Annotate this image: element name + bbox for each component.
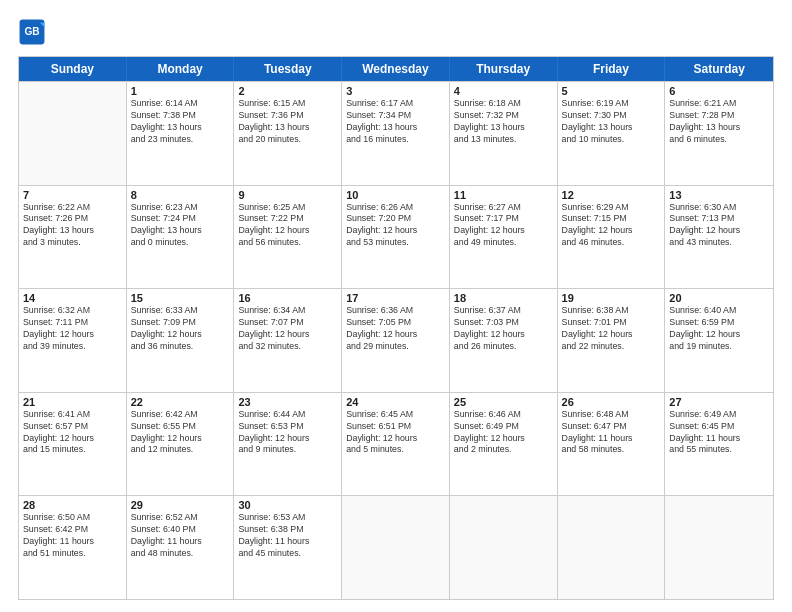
cell-info: Sunrise: 6:37 AM Sunset: 7:03 PM Dayligh… [454,305,553,353]
cal-cell-9: 9Sunrise: 6:25 AM Sunset: 7:22 PM Daylig… [234,186,342,289]
day-number: 17 [346,292,445,304]
cal-cell-28: 28Sunrise: 6:50 AM Sunset: 6:42 PM Dayli… [19,496,127,599]
cell-info: Sunrise: 6:41 AM Sunset: 6:57 PM Dayligh… [23,409,122,457]
day-number: 9 [238,189,337,201]
cell-info: Sunrise: 6:50 AM Sunset: 6:42 PM Dayligh… [23,512,122,560]
cell-info: Sunrise: 6:44 AM Sunset: 6:53 PM Dayligh… [238,409,337,457]
cal-cell-10: 10Sunrise: 6:26 AM Sunset: 7:20 PM Dayli… [342,186,450,289]
day-number: 21 [23,396,122,408]
svg-text:GB: GB [24,26,39,37]
cal-cell-empty-6 [665,496,773,599]
day-number: 15 [131,292,230,304]
cell-info: Sunrise: 6:45 AM Sunset: 6:51 PM Dayligh… [346,409,445,457]
day-number: 18 [454,292,553,304]
header-day-monday: Monday [127,57,235,81]
cal-cell-2: 2Sunrise: 6:15 AM Sunset: 7:36 PM Daylig… [234,82,342,185]
header-day-tuesday: Tuesday [234,57,342,81]
cal-row-0: 1Sunrise: 6:14 AM Sunset: 7:38 PM Daylig… [19,81,773,185]
day-number: 2 [238,85,337,97]
cal-cell-29: 29Sunrise: 6:52 AM Sunset: 6:40 PM Dayli… [127,496,235,599]
cell-info: Sunrise: 6:52 AM Sunset: 6:40 PM Dayligh… [131,512,230,560]
calendar-header: SundayMondayTuesdayWednesdayThursdayFrid… [19,57,773,81]
header-day-friday: Friday [558,57,666,81]
day-number: 6 [669,85,769,97]
day-number: 4 [454,85,553,97]
cal-cell-18: 18Sunrise: 6:37 AM Sunset: 7:03 PM Dayli… [450,289,558,392]
cell-info: Sunrise: 6:36 AM Sunset: 7:05 PM Dayligh… [346,305,445,353]
cal-cell-4: 4Sunrise: 6:18 AM Sunset: 7:32 PM Daylig… [450,82,558,185]
cell-info: Sunrise: 6:46 AM Sunset: 6:49 PM Dayligh… [454,409,553,457]
cell-info: Sunrise: 6:48 AM Sunset: 6:47 PM Dayligh… [562,409,661,457]
day-number: 24 [346,396,445,408]
cal-cell-1: 1Sunrise: 6:14 AM Sunset: 7:38 PM Daylig… [127,82,235,185]
cell-info: Sunrise: 6:38 AM Sunset: 7:01 PM Dayligh… [562,305,661,353]
logo: GB [18,18,48,46]
day-number: 3 [346,85,445,97]
day-number: 25 [454,396,553,408]
day-number: 7 [23,189,122,201]
cal-cell-11: 11Sunrise: 6:27 AM Sunset: 7:17 PM Dayli… [450,186,558,289]
cal-cell-8: 8Sunrise: 6:23 AM Sunset: 7:24 PM Daylig… [127,186,235,289]
cal-cell-empty-3 [342,496,450,599]
cell-info: Sunrise: 6:34 AM Sunset: 7:07 PM Dayligh… [238,305,337,353]
cal-cell-24: 24Sunrise: 6:45 AM Sunset: 6:51 PM Dayli… [342,393,450,496]
day-number: 28 [23,499,122,511]
cell-info: Sunrise: 6:29 AM Sunset: 7:15 PM Dayligh… [562,202,661,250]
day-number: 30 [238,499,337,511]
cell-info: Sunrise: 6:30 AM Sunset: 7:13 PM Dayligh… [669,202,769,250]
cell-info: Sunrise: 6:53 AM Sunset: 6:38 PM Dayligh… [238,512,337,560]
header: GB [18,18,774,46]
cell-info: Sunrise: 6:23 AM Sunset: 7:24 PM Dayligh… [131,202,230,250]
cell-info: Sunrise: 6:22 AM Sunset: 7:26 PM Dayligh… [23,202,122,250]
day-number: 11 [454,189,553,201]
cell-info: Sunrise: 6:14 AM Sunset: 7:38 PM Dayligh… [131,98,230,146]
cal-cell-14: 14Sunrise: 6:32 AM Sunset: 7:11 PM Dayli… [19,289,127,392]
day-number: 23 [238,396,337,408]
cell-info: Sunrise: 6:25 AM Sunset: 7:22 PM Dayligh… [238,202,337,250]
cell-info: Sunrise: 6:26 AM Sunset: 7:20 PM Dayligh… [346,202,445,250]
header-day-sunday: Sunday [19,57,127,81]
cell-info: Sunrise: 6:40 AM Sunset: 6:59 PM Dayligh… [669,305,769,353]
cal-cell-20: 20Sunrise: 6:40 AM Sunset: 6:59 PM Dayli… [665,289,773,392]
cell-info: Sunrise: 6:15 AM Sunset: 7:36 PM Dayligh… [238,98,337,146]
day-number: 19 [562,292,661,304]
cal-cell-17: 17Sunrise: 6:36 AM Sunset: 7:05 PM Dayli… [342,289,450,392]
day-number: 8 [131,189,230,201]
header-day-wednesday: Wednesday [342,57,450,81]
cal-cell-empty-5 [558,496,666,599]
cell-info: Sunrise: 6:18 AM Sunset: 7:32 PM Dayligh… [454,98,553,146]
cal-cell-12: 12Sunrise: 6:29 AM Sunset: 7:15 PM Dayli… [558,186,666,289]
day-number: 12 [562,189,661,201]
day-number: 5 [562,85,661,97]
cal-row-2: 14Sunrise: 6:32 AM Sunset: 7:11 PM Dayli… [19,288,773,392]
cell-info: Sunrise: 6:21 AM Sunset: 7:28 PM Dayligh… [669,98,769,146]
day-number: 27 [669,396,769,408]
cal-cell-13: 13Sunrise: 6:30 AM Sunset: 7:13 PM Dayli… [665,186,773,289]
cal-cell-7: 7Sunrise: 6:22 AM Sunset: 7:26 PM Daylig… [19,186,127,289]
cell-info: Sunrise: 6:27 AM Sunset: 7:17 PM Dayligh… [454,202,553,250]
cal-cell-27: 27Sunrise: 6:49 AM Sunset: 6:45 PM Dayli… [665,393,773,496]
day-number: 29 [131,499,230,511]
day-number: 10 [346,189,445,201]
cal-row-1: 7Sunrise: 6:22 AM Sunset: 7:26 PM Daylig… [19,185,773,289]
day-number: 26 [562,396,661,408]
day-number: 16 [238,292,337,304]
cal-cell-21: 21Sunrise: 6:41 AM Sunset: 6:57 PM Dayli… [19,393,127,496]
cal-cell-6: 6Sunrise: 6:21 AM Sunset: 7:28 PM Daylig… [665,82,773,185]
cal-cell-5: 5Sunrise: 6:19 AM Sunset: 7:30 PM Daylig… [558,82,666,185]
calendar: SundayMondayTuesdayWednesdayThursdayFrid… [18,56,774,600]
header-day-thursday: Thursday [450,57,558,81]
cal-cell-empty-4 [450,496,558,599]
cell-info: Sunrise: 6:33 AM Sunset: 7:09 PM Dayligh… [131,305,230,353]
cal-cell-3: 3Sunrise: 6:17 AM Sunset: 7:34 PM Daylig… [342,82,450,185]
day-number: 13 [669,189,769,201]
cell-info: Sunrise: 6:19 AM Sunset: 7:30 PM Dayligh… [562,98,661,146]
cal-cell-16: 16Sunrise: 6:34 AM Sunset: 7:07 PM Dayli… [234,289,342,392]
cal-cell-26: 26Sunrise: 6:48 AM Sunset: 6:47 PM Dayli… [558,393,666,496]
cell-info: Sunrise: 6:32 AM Sunset: 7:11 PM Dayligh… [23,305,122,353]
calendar-body: 1Sunrise: 6:14 AM Sunset: 7:38 PM Daylig… [19,81,773,599]
day-number: 14 [23,292,122,304]
logo-icon: GB [18,18,46,46]
day-number: 22 [131,396,230,408]
cal-row-3: 21Sunrise: 6:41 AM Sunset: 6:57 PM Dayli… [19,392,773,496]
